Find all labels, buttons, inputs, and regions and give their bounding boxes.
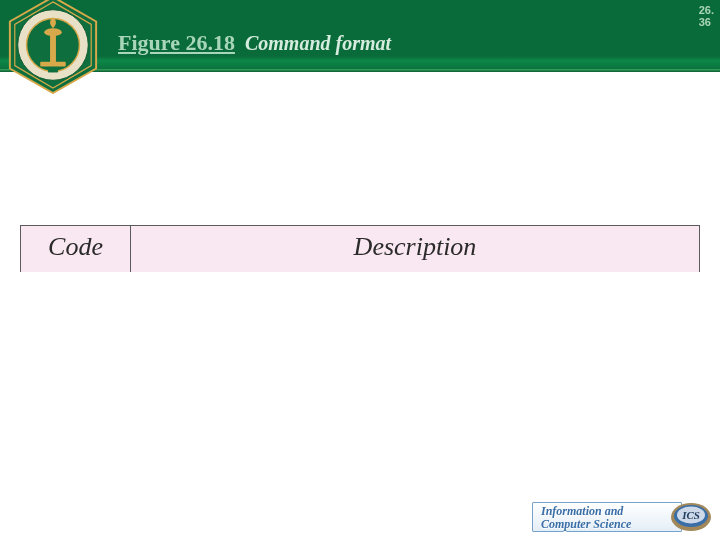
svg-text:ICS: ICS bbox=[681, 509, 700, 521]
figure-title: Command format bbox=[245, 32, 391, 55]
col-header-code: Code bbox=[21, 226, 131, 273]
slide-header: 26. 36 Figure 26.18 Command format bbox=[0, 0, 720, 72]
command-format-table: Code Description bbox=[20, 225, 700, 272]
svg-point-6 bbox=[44, 28, 62, 36]
page-number-bottom: 36 bbox=[699, 16, 711, 28]
department-name-box: Information and Computer Science bbox=[532, 502, 682, 532]
university-logo bbox=[4, 0, 102, 94]
table-header-row: Code Description bbox=[21, 226, 700, 273]
ics-badge-icon: ICS bbox=[670, 500, 712, 534]
page-number-top: 26. bbox=[699, 4, 714, 16]
figure-number: Figure 26.18 bbox=[118, 30, 235, 56]
department-logo: Information and Computer Science ICS bbox=[532, 500, 712, 534]
svg-rect-5 bbox=[50, 33, 56, 62]
page-number: 26. 36 bbox=[699, 4, 714, 28]
col-header-description: Description bbox=[131, 226, 700, 273]
header-divider bbox=[0, 69, 720, 72]
dept-line1: Information and bbox=[541, 505, 681, 517]
slide-content: Code Description bbox=[20, 225, 700, 272]
svg-rect-7 bbox=[48, 68, 58, 73]
figure-title-area: Figure 26.18 Command format bbox=[118, 30, 391, 56]
dept-line2: Computer Science bbox=[541, 518, 681, 530]
